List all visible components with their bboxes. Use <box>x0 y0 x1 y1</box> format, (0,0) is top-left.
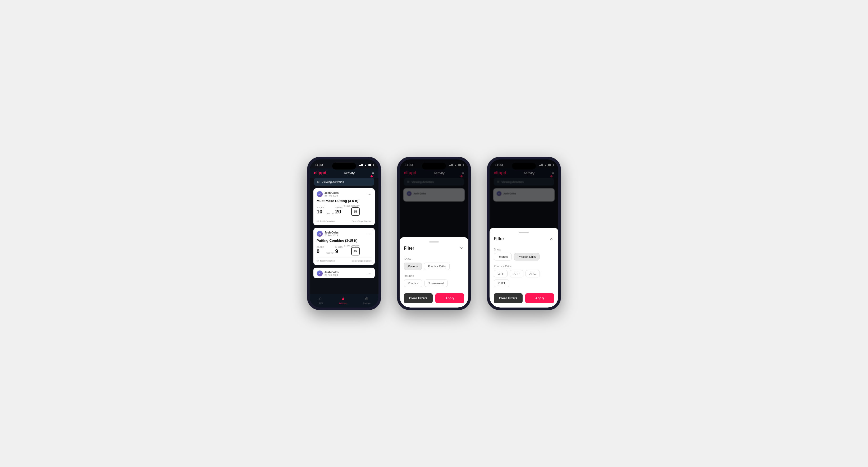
sheet-handle-3 <box>519 232 529 233</box>
show-options-3: Rounds Practice Drills <box>494 253 554 260</box>
avatar-2: JC <box>317 230 323 237</box>
practice-drills-options-3: OTT APP ARG PUTT <box>494 270 554 287</box>
filter-arg-btn-3[interactable]: ARG <box>526 270 540 277</box>
apply-btn-2[interactable]: Apply <box>435 293 464 303</box>
shots-label-1: Shots <box>335 206 343 209</box>
rounds-options-2: Practice Tournament <box>404 280 464 287</box>
sheet-handle-2 <box>429 242 439 243</box>
out-of-1: OUT OF <box>326 212 334 215</box>
phone-1: 11:33 ▲ clippd Activity <box>307 157 381 310</box>
capture-icon: ⊕ <box>365 296 368 301</box>
nav-home-label: Home <box>318 302 323 304</box>
avatar-3: JC <box>317 270 323 277</box>
shots-value-1: 20 <box>335 209 343 215</box>
phones-container: 11:33 ▲ clippd Activity <box>307 157 561 310</box>
filter-ott-btn-3[interactable]: OTT <box>494 270 507 277</box>
more-menu-3[interactable]: ··· <box>368 271 372 276</box>
user-date-2: 28 Feb 2023 <box>324 234 339 237</box>
user-name-3: Josh Coles <box>324 271 339 274</box>
close-filter-btn-2[interactable]: ✕ <box>459 246 464 251</box>
viewing-bar-1[interactable]: ⊞ Viewing Activities <box>314 178 374 186</box>
activities-icon: ♟ <box>341 296 345 301</box>
filter-modal-3: Filter ✕ Show Rounds Practice Drills Pra… <box>490 159 558 308</box>
clear-filters-btn-3[interactable]: Clear Filters <box>494 293 523 303</box>
filter-putt-btn-3[interactable]: PUTT <box>494 280 509 287</box>
filter-actions-3: Clear Filters Apply <box>494 293 554 303</box>
filter-header-2: Filter ✕ <box>404 246 464 253</box>
viewing-bar-text-1: Viewing Activities <box>321 180 344 184</box>
header-title-1: Activity <box>344 171 355 175</box>
user-info-3: JC Josh Coles 28 Feb 2023 <box>317 270 339 277</box>
filter-app-btn-3[interactable]: APP <box>509 270 523 277</box>
rounds-label-2: Rounds <box>404 274 464 277</box>
avatar-1: JC <box>317 191 323 197</box>
user-name-2: Josh Coles <box>324 231 339 234</box>
filter-modal-2: Filter ✕ Show Rounds Practice Drills Rou… <box>400 159 468 308</box>
filter-practice-drills-btn-3[interactable]: Practice Drills <box>514 253 539 260</box>
filter-practice-drills-btn-2[interactable]: Practice Drills <box>424 262 450 270</box>
shot-quality-label-1: Shot Quality <box>344 205 360 207</box>
signal-icon <box>359 164 363 166</box>
nav-capture[interactable]: ⊕ Capture <box>363 296 371 304</box>
status-icons-1: ▲ <box>359 164 373 166</box>
test-info-2: ⓘ Test Information <box>317 259 335 262</box>
activity-card-2[interactable]: JC Josh Coles 28 Feb 2023 ··· Putting Co… <box>313 228 375 265</box>
activity-card-1[interactable]: JC Josh Coles 28 Feb 2023 ··· Must Make … <box>313 188 375 225</box>
shot-quality-badge-1: 75 <box>351 207 360 216</box>
filter-rounds-btn-2[interactable]: Rounds <box>404 262 422 270</box>
filter-tournament-btn-2[interactable]: Tournament <box>425 280 448 287</box>
out-of-2: OUT OF <box>326 252 334 254</box>
bottom-nav-1: ⌂ Home ♟ Activities ⊕ Capture <box>310 294 378 308</box>
menu-icon-1[interactable]: ≡ <box>372 171 374 175</box>
app-header-1: clippd Activity ≡ <box>310 168 378 178</box>
close-filter-btn-3[interactable]: ✕ <box>549 236 554 242</box>
data-source-1: Data: Clippd Capture <box>352 220 372 222</box>
battery-icon <box>368 164 373 166</box>
phone-3: 11:33 ▲ clippd Activity <box>487 157 561 310</box>
show-options-2: Rounds Practice Drills <box>404 262 464 270</box>
activity-title-1: Must Make Putting (3-6 ft) <box>317 199 372 203</box>
shot-quality-label-2: Shot Quality <box>344 245 360 247</box>
filter-sheet-2: Filter ✕ Show Rounds Practice Drills Rou… <box>400 237 468 308</box>
score-label-2: Score <box>317 246 324 248</box>
nav-home[interactable]: ⌂ Home <box>318 296 323 304</box>
score-value-2: 0 <box>317 248 324 254</box>
shot-quality-badge-2: 45 <box>351 247 360 255</box>
user-name-1: Josh Coles <box>324 191 339 194</box>
filter-sheet-3: Filter ✕ Show Rounds Practice Drills Pra… <box>490 228 558 308</box>
shots-value-2: 9 <box>335 248 343 254</box>
user-date-3: 28 Feb 2023 <box>324 274 339 276</box>
apply-btn-3[interactable]: Apply <box>525 293 554 303</box>
score-label-1: Score <box>317 206 324 209</box>
shots-label-2: Shots <box>335 246 343 248</box>
score-value-1: 10 <box>317 209 324 215</box>
filter-header-3: Filter ✕ <box>494 236 554 244</box>
notification-dot-1 <box>371 175 373 178</box>
user-info-2: JC Josh Coles 28 Feb 2023 <box>317 230 339 237</box>
show-label-3: Show <box>494 248 554 251</box>
show-label-2: Show <box>404 257 464 260</box>
home-icon: ⌂ <box>319 296 322 301</box>
data-source-2: Data: Clippd Capture <box>352 260 372 262</box>
test-info-1: ⓘ Test Information <box>317 220 335 223</box>
clear-filters-btn-2[interactable]: Clear Filters <box>404 293 433 303</box>
wifi-icon: ▲ <box>364 164 367 166</box>
dynamic-island <box>332 163 356 169</box>
filter-practice-btn-2[interactable]: Practice <box>404 280 422 287</box>
phone-2: 11:33 ▲ clippd Activity <box>397 157 471 310</box>
nav-activities-label: Activities <box>339 302 347 304</box>
activity-card-3[interactable]: JC Josh Coles 28 Feb 2023 ··· <box>313 268 375 278</box>
filter-actions-2: Clear Filters Apply <box>404 293 464 303</box>
filter-title-3: Filter <box>494 237 504 241</box>
practice-drills-label-3: Practice Drills <box>494 265 554 268</box>
more-menu-1[interactable]: ··· <box>368 192 372 196</box>
activities-list: JC Josh Coles 28 Feb 2023 ··· Must Make … <box>310 188 378 294</box>
nav-activities[interactable]: ♟ Activities <box>339 296 347 304</box>
filter-rounds-btn-3[interactable]: Rounds <box>494 253 512 260</box>
user-info-1: JC Josh Coles 28 Feb 2023 <box>317 191 339 197</box>
status-time-1: 11:33 <box>315 163 323 167</box>
activity-title-2: Putting Combine (3-15 ft) <box>317 239 372 243</box>
filter-icon-1: ⊞ <box>317 180 319 184</box>
app-logo-1: clippd <box>314 170 327 175</box>
more-menu-2[interactable]: ··· <box>368 232 372 236</box>
